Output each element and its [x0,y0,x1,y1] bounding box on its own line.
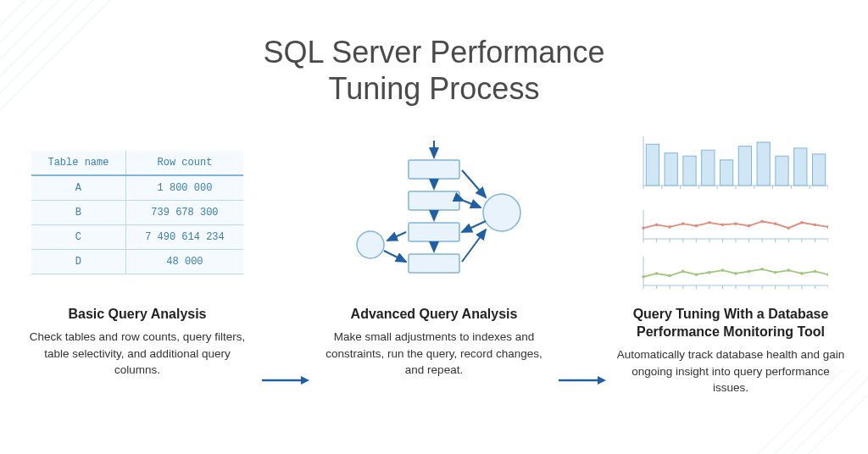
bg-decoration-br [698,369,868,454]
svg-point-106 [682,270,685,274]
svg-point-111 [748,270,751,274]
svg-rect-48 [720,160,732,185]
svg-point-82 [787,227,790,230]
svg-rect-16 [409,254,459,273]
svg-point-83 [800,221,804,224]
title-line-1: SQL Server Performance [264,35,605,69]
arrow-right-icon [262,374,309,386]
table-row: A1 800 000 [31,175,243,201]
step-3: Query Tuning With a Database Performance… [608,136,854,396]
step-1: Table name Row count A1 800 000 B739 678… [14,136,260,378]
svg-point-75 [694,224,698,228]
step-1-heading: Basic Query Analysis [23,306,252,324]
bg-decoration-tl [0,0,170,169]
svg-point-81 [774,223,777,226]
step-1-body: Check tables and row counts, query filte… [23,329,252,379]
arrow-2 [557,136,608,454]
svg-rect-14 [409,191,459,210]
svg-line-28 [464,201,481,208]
svg-rect-52 [794,148,807,185]
svg-rect-45 [665,153,677,185]
svg-point-114 [787,269,790,273]
svg-point-18 [483,194,520,231]
svg-point-109 [721,269,725,273]
svg-rect-15 [409,223,459,241]
svg-point-74 [682,223,685,226]
svg-point-76 [708,221,711,224]
table-row: D48 000 [31,250,243,274]
flowchart-icon [328,136,540,289]
svg-point-103 [642,275,645,279]
svg-point-110 [734,272,737,275]
svg-rect-46 [683,157,696,186]
svg-line-26 [462,221,486,232]
svg-point-84 [814,224,817,227]
svg-rect-13 [409,160,459,179]
svg-point-78 [734,223,737,226]
svg-point-116 [814,270,817,274]
sample-table: Table name Row count A1 800 000 B739 678… [31,151,243,274]
svg-rect-44 [646,145,659,186]
step-3-heading: Query Tuning With a Database Performance… [616,306,845,341]
svg-point-17 [357,231,384,258]
bar-chart-icon [633,136,828,196]
line-chart-green-icon [633,255,828,289]
svg-point-80 [760,220,764,224]
svg-rect-50 [757,142,770,185]
svg-marker-11 [301,376,309,385]
svg-rect-49 [738,147,751,185]
svg-line-5 [0,0,127,127]
step-2-body: Make small adjustments to indexes and co… [320,329,548,379]
svg-point-108 [708,271,711,274]
svg-point-85 [826,225,828,229]
svg-point-115 [800,272,804,275]
svg-rect-51 [776,157,788,186]
step-2-heading: Advanced Query Analysis [320,306,548,324]
svg-point-72 [655,224,659,227]
svg-point-105 [668,274,671,278]
table-row: C7 490 614 234 [31,225,243,250]
svg-point-79 [748,224,751,228]
svg-line-24 [384,251,406,262]
svg-point-71 [642,227,645,230]
svg-point-112 [760,268,764,271]
svg-point-113 [774,271,777,274]
svg-line-23 [387,232,406,241]
charts-illustration [608,136,854,289]
line-chart-red-icon [633,208,828,242]
arrow-1 [260,136,311,454]
svg-line-27 [462,230,486,262]
svg-marker-30 [598,376,606,385]
svg-rect-47 [702,151,715,186]
flowchart-illustration [311,136,557,289]
svg-point-73 [668,225,671,229]
svg-point-107 [694,274,698,277]
svg-rect-53 [812,154,825,185]
table-row: B739 678 300 [31,201,243,225]
svg-point-77 [721,224,725,227]
arrow-right-icon [559,374,606,386]
svg-point-104 [655,272,659,275]
svg-line-25 [462,170,486,197]
title-line-2: Tuning Process [329,71,540,106]
step-2: Advanced Query Analysis Make small adjus… [311,136,557,378]
